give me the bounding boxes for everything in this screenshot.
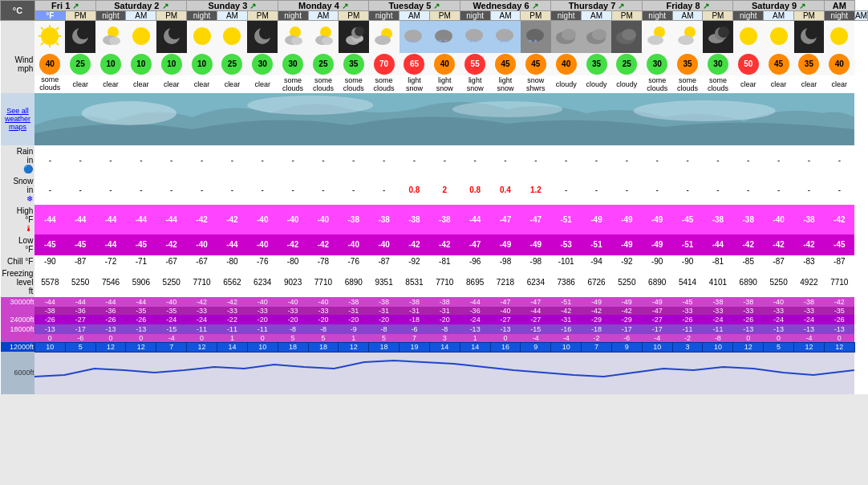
high-temp-icon[interactable]: 🌡 [25, 224, 33, 233]
a30b-16: -40 [490, 307, 521, 315]
expand-fri[interactable]: ↗ [72, 2, 79, 10]
a30b-9: -33 [278, 307, 308, 315]
wind-sat9-pm: 45 [764, 53, 794, 75]
wind-tue5-pm: 65 [400, 53, 430, 75]
a30b-26: -33 [794, 307, 825, 315]
col-sat2-pm: PM [156, 11, 187, 21]
snow-sat9-night: - [794, 175, 825, 205]
rain-wed6-pm: - [490, 145, 521, 175]
snow-sun3-night: - [247, 175, 278, 205]
rain-thu7-night: - [611, 145, 642, 175]
snow-sat9-pm: - [764, 175, 794, 205]
a30b-25: -33 [764, 307, 794, 315]
a18-17: -15 [521, 324, 551, 334]
a30-15: -44 [460, 297, 490, 307]
rain-label: Rainin🔵 [1, 145, 35, 175]
wind-label: Windmph [1, 53, 35, 75]
a24-19: -29 [582, 315, 612, 324]
rain-icon[interactable]: 🔵 [23, 165, 33, 173]
rain-sat9-am: - [733, 145, 764, 175]
freeze-tue5-night: 7710 [429, 267, 460, 297]
col-fri8-night: night [733, 11, 764, 21]
unit-f[interactable]: °F [34, 11, 65, 21]
svg-point-26 [322, 37, 333, 45]
icon-sat2-pm [126, 21, 156, 53]
expand-sat9[interactable]: ↗ [799, 2, 805, 10]
wind-fri-night: 25 [65, 53, 95, 75]
high-mon4-night: -38 [339, 205, 369, 234]
rain-tue5-pm: - [400, 145, 430, 175]
freeze-sun3-pm: 6562 [217, 267, 247, 297]
expand-wed6[interactable]: ↗ [532, 2, 538, 10]
celsius-unit[interactable]: °C [1, 1, 35, 21]
low-sat2-night: -42 [156, 234, 187, 255]
a30b-8: -33 [247, 307, 278, 315]
a30-24: -38 [733, 297, 764, 307]
col-sat9-am: AM [764, 11, 794, 21]
a18-23: -11 [703, 324, 733, 334]
expand-thu7[interactable]: ↗ [618, 2, 624, 10]
snow-tue5-pm: 0.8 [400, 175, 430, 205]
high-tue5-night: -38 [429, 205, 460, 234]
a24-21: -27 [642, 315, 672, 324]
cond-fri8-am: someclouds [642, 75, 672, 93]
wind-mon4-am: 30 [278, 53, 308, 75]
a12-20: 9 [611, 342, 642, 352]
a12-8: 10 [247, 342, 278, 352]
a30-17: -47 [521, 297, 551, 307]
expand-fri8[interactable]: ↗ [703, 2, 709, 10]
wind-tue5-night: 40 [429, 53, 460, 75]
freeze-sat9-am: 6890 [733, 267, 764, 297]
freeze-tue5-am: 9351 [369, 267, 400, 297]
chill-fri8-pm: -90 [672, 255, 703, 267]
a30-23: -38 [703, 297, 733, 307]
icon-sun3-pm [217, 21, 247, 53]
col-thu7-night: night [642, 11, 672, 21]
cond-sat9-pm: clear [764, 75, 794, 93]
a30-22: -45 [672, 297, 703, 307]
a30b-7: -33 [217, 307, 247, 315]
rain-fri-pm: - [34, 145, 65, 175]
snow-icon[interactable]: ❄ [26, 194, 33, 203]
a24-8: -20 [247, 315, 278, 324]
a0-3: 0 [95, 334, 126, 343]
chill-mon4-pm: -78 [308, 255, 339, 267]
a12-6: 12 [187, 342, 217, 352]
svg-text:* *: * * [500, 39, 509, 47]
low-mon4-night: -40 [339, 234, 369, 255]
expand-mon4[interactable]: ↗ [342, 2, 348, 10]
a0-25: 0 [764, 334, 794, 343]
a18-8: -11 [247, 324, 278, 334]
high-thu7-night: -49 [611, 205, 642, 234]
expand-sun3[interactable]: ↗ [249, 2, 256, 10]
low-fri-night: -45 [65, 234, 95, 255]
a12-27: 12 [824, 342, 854, 352]
expand-tue5[interactable]: ↗ [433, 2, 440, 10]
icon-thu7-night [611, 21, 642, 53]
a12-13: 19 [400, 342, 430, 352]
chill-sat2-pm: -71 [126, 255, 156, 267]
wind-thu7-night: 25 [611, 53, 642, 75]
icon-fri-night [65, 21, 95, 53]
a30b-21: -47 [642, 307, 672, 315]
wind-sun3-night: 30 [247, 53, 278, 75]
high-tue5-am: -38 [369, 205, 400, 234]
day-wed6: Wednesday 6 ↗ [460, 1, 551, 11]
high-fri-night: -44 [65, 205, 95, 234]
chill-label: Chill °F [1, 255, 35, 267]
a12-24: 12 [733, 342, 764, 352]
a24-24: -26 [733, 315, 764, 324]
alt0-label [1, 334, 35, 343]
a30b-4: -35 [126, 307, 156, 315]
a24-12: -20 [369, 315, 400, 324]
see-all-maps-link[interactable]: See all weather maps [1, 93, 35, 145]
a18-11: -9 [339, 324, 369, 334]
a18-10: -8 [308, 324, 339, 334]
snow-sat2-am: - [95, 175, 126, 205]
col-tue5-am: AM [400, 11, 430, 21]
expand-sat2[interactable]: ↗ [162, 2, 168, 10]
wind-fri8-pm: 35 [672, 53, 703, 75]
a18-21: -17 [642, 324, 672, 334]
snow-fri8-am: - [642, 175, 672, 205]
svg-point-0 [41, 27, 59, 45]
